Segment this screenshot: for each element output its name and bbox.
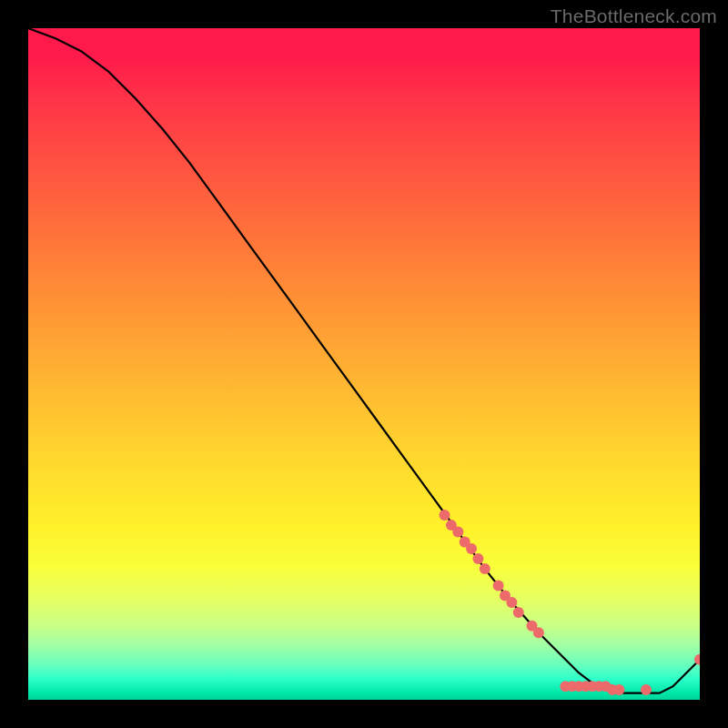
- data-dot: [440, 510, 450, 521]
- data-dot: [533, 627, 544, 638]
- data-dot: [493, 581, 504, 592]
- data-dot: [472, 553, 483, 564]
- data-dot: [466, 543, 477, 554]
- plot-area: [28, 28, 700, 700]
- data-dot: [480, 563, 490, 574]
- data-dots: [440, 510, 700, 695]
- data-dot: [613, 684, 624, 695]
- data-dot: [506, 597, 517, 608]
- chart-stage: TheBottleneck.com: [0, 0, 728, 728]
- watermark-text: TheBottleneck.com: [551, 5, 717, 27]
- data-dot: [641, 684, 652, 695]
- data-dot: [452, 527, 463, 538]
- bottleneck-curve: [28, 28, 700, 693]
- chart-svg: [28, 28, 700, 700]
- data-dot: [513, 607, 524, 618]
